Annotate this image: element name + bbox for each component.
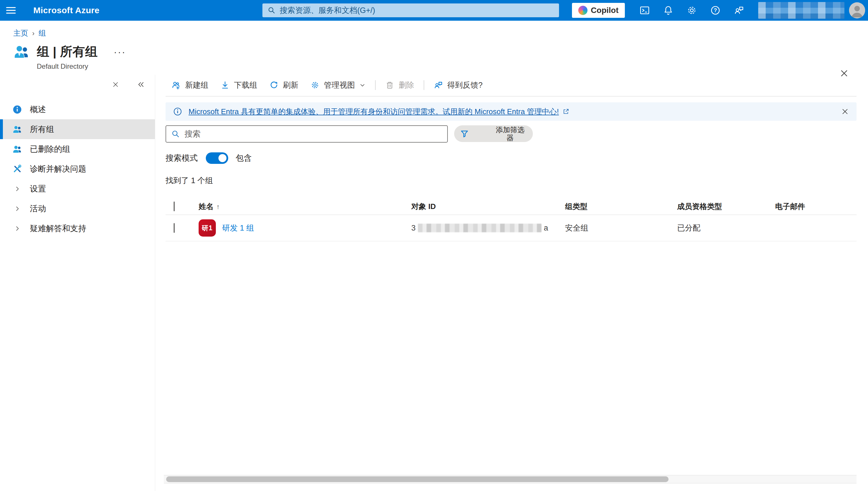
- sidebar-item-overview[interactable]: 概述: [0, 99, 155, 119]
- chevron-right-icon: [12, 185, 23, 192]
- undock-x-icon: [111, 80, 120, 89]
- search-icon: [268, 6, 276, 15]
- avatar[interactable]: [849, 2, 865, 19]
- filter-row: 添加筛选器: [166, 125, 857, 143]
- notifications-button[interactable]: [656, 0, 680, 21]
- membership-type-cell: 已分配: [677, 223, 775, 233]
- toolbar-button-label: 刷新: [283, 80, 298, 90]
- svg-text:?: ?: [714, 7, 717, 13]
- group-type-cell: 安全组: [565, 223, 677, 233]
- trash-icon: [385, 81, 394, 90]
- column-header-object-id[interactable]: 对象 ID: [411, 202, 565, 211]
- column-label: 成员资格类型: [677, 202, 722, 211]
- page-header: 组 | 所有组 ··· Default Directory: [13, 44, 868, 70]
- more-actions-button[interactable]: ···: [114, 49, 126, 55]
- directory-subtitle: Default Directory: [37, 62, 126, 70]
- settings-button[interactable]: [680, 0, 704, 21]
- sidebar-item-label: 设置: [30, 183, 46, 194]
- delete-button: 删除: [379, 77, 420, 93]
- breadcrumb-home-link[interactable]: 主页: [13, 28, 28, 38]
- content: 新建组 下载组 刷新: [155, 75, 868, 491]
- new-group-icon: [172, 81, 181, 90]
- toolbar-button-label: 下载组: [234, 80, 257, 90]
- column-header-group-type[interactable]: 组类型: [565, 202, 677, 211]
- person-feedback-icon: [734, 5, 744, 16]
- sidebar-item-label: 概述: [30, 104, 46, 115]
- copilot-icon: [578, 6, 588, 15]
- toolbar-separator: [375, 80, 376, 90]
- toolbar-button-label: 删除: [399, 80, 414, 90]
- download-groups-button[interactable]: 下载组: [214, 77, 263, 93]
- chevron-right-icon: [12, 225, 23, 232]
- sidebar-collapse-button[interactable]: [137, 80, 145, 89]
- search-mode-value: 包含: [236, 153, 252, 164]
- toggle-knob: [218, 154, 227, 162]
- chevron-right-icon: [12, 205, 23, 212]
- column-label: 组类型: [565, 202, 588, 211]
- external-link-icon: [563, 108, 569, 115]
- global-search-input[interactable]: [280, 6, 554, 15]
- entra-banner-link[interactable]: Microsoft Entra 具有更简单的集成体验、用于管理所有身份和访问管理…: [188, 107, 569, 117]
- banner-link-text: Microsoft Entra 具有更简单的集成体验、用于管理所有身份和访问管理…: [188, 107, 559, 117]
- search-icon: [171, 129, 180, 138]
- close-icon: [841, 108, 849, 116]
- chevron-down-icon: [359, 82, 366, 88]
- group-name-link[interactable]: 研发 1 组: [222, 223, 254, 233]
- toolbar: 新建组 下载组 刷新: [166, 77, 857, 94]
- column-label: 姓名: [199, 202, 214, 211]
- breadcrumb-separator: ›: [32, 29, 34, 37]
- row-checkbox[interactable]: [174, 223, 175, 233]
- manage-view-button[interactable]: 管理视图: [304, 77, 371, 93]
- groups-table: 姓名↑ 对象 ID 组类型 成员资格类型 电子邮件 研1 研发 1 组 3: [166, 198, 857, 241]
- refresh-button[interactable]: 刷新: [263, 77, 304, 93]
- sidebar: 概述 所有组 已删除的组: [0, 75, 155, 491]
- search-mode-label: 搜索模式: [166, 153, 198, 164]
- column-label: 电子邮件: [775, 202, 805, 211]
- add-filter-button[interactable]: 添加筛选器: [454, 125, 533, 142]
- object-id-prefix: 3: [411, 224, 416, 233]
- search-mode-toggle[interactable]: [206, 152, 228, 164]
- sidebar-item-deleted-groups[interactable]: 已删除的组: [0, 139, 155, 159]
- select-all-checkbox[interactable]: [174, 202, 175, 211]
- menu-button[interactable]: [0, 0, 22, 21]
- new-group-button[interactable]: 新建组: [166, 77, 214, 93]
- help-button[interactable]: ?: [704, 0, 727, 21]
- feedback-button[interactable]: [727, 0, 751, 21]
- sidebar-undock-button[interactable]: [111, 80, 120, 89]
- page-title: 组 | 所有组: [37, 44, 97, 60]
- topbar: Microsoft Azure Copilot ?: [0, 0, 868, 21]
- breadcrumb-current-link[interactable]: 组: [38, 28, 46, 38]
- result-count: 找到了 1 个组: [166, 175, 857, 186]
- global-search[interactable]: [262, 3, 559, 17]
- sidebar-item-settings[interactable]: 设置: [0, 179, 155, 199]
- toolbar-button-label: 得到反馈?: [447, 80, 483, 90]
- scrollbar-thumb[interactable]: [166, 476, 668, 482]
- copilot-button[interactable]: Copilot: [572, 3, 625, 18]
- sidebar-item-activity[interactable]: 活动: [0, 199, 155, 219]
- sidebar-item-troubleshooting[interactable]: 疑难解答和支持: [0, 219, 155, 238]
- column-header-membership-type[interactable]: 成员资格类型: [677, 202, 775, 211]
- cloud-shell-button[interactable]: [633, 0, 656, 21]
- column-header-name[interactable]: 姓名↑: [199, 202, 411, 211]
- got-feedback-button[interactable]: 得到反馈?: [428, 77, 489, 93]
- object-id-redacted-blur: [418, 224, 541, 232]
- banner-close-button[interactable]: [841, 108, 849, 116]
- group-search-box[interactable]: [166, 125, 448, 143]
- sidebar-item-all-groups[interactable]: 所有组: [0, 119, 155, 139]
- horizontal-scrollbar[interactable]: [164, 475, 857, 484]
- double-chevron-left-icon: [137, 80, 145, 89]
- group-avatar: 研1: [199, 219, 216, 237]
- group-search-input[interactable]: [184, 129, 442, 139]
- sidebar-item-label: 所有组: [30, 124, 54, 135]
- toolbar-divider: [166, 96, 857, 96]
- column-header-email[interactable]: 电子邮件: [775, 202, 857, 211]
- entra-info-banner: Microsoft Entra 具有更简单的集成体验、用于管理所有身份和访问管理…: [166, 102, 857, 121]
- toolbar-button-label: 管理视图: [324, 80, 355, 90]
- account-info-redacted[interactable]: [758, 2, 844, 19]
- sidebar-item-diagnose[interactable]: 诊断并解决问题: [0, 159, 155, 179]
- object-id-cell: 3 a: [411, 224, 565, 233]
- table-header-row: 姓名↑ 对象 ID 组类型 成员资格类型 电子邮件: [166, 198, 857, 215]
- breadcrumb: 主页 › 组: [0, 21, 868, 38]
- filter-funnel-icon: [460, 129, 490, 138]
- groups-icon: [12, 124, 23, 134]
